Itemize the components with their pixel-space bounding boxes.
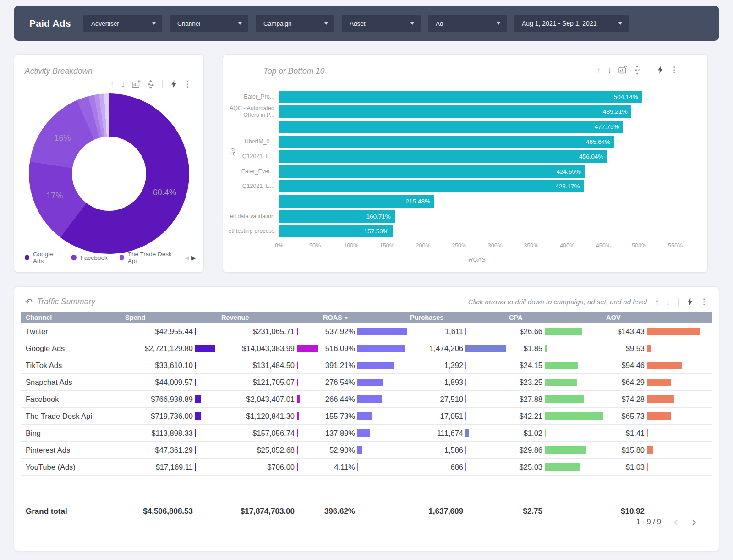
revenue-value: $25,052.68: [220, 446, 295, 455]
aov-bar-box: [645, 395, 712, 403]
arrow-up-icon[interactable]: ↑: [110, 80, 114, 88]
cpa-bar-box: [543, 463, 605, 471]
filter-label: Advertiser: [91, 20, 119, 27]
column-header-revenue[interactable]: Revenue: [220, 314, 322, 321]
aov-value: $143.43: [605, 327, 645, 336]
legend-item[interactable]: Google Ads: [25, 251, 59, 264]
x-tick-label: 300%: [488, 242, 503, 249]
legend-item[interactable]: The Trade Desk Api: [120, 251, 173, 264]
bar[interactable]: 489.21%: [279, 105, 631, 118]
revenue-bar-box: [295, 395, 322, 403]
spend-bar: [195, 379, 196, 386]
filter-dropdown-campaign[interactable]: Campaign: [256, 15, 334, 32]
bar[interactable]: 465.64%: [279, 136, 614, 148]
aov-bar: [647, 328, 700, 335]
bar-value-label: 424.65%: [557, 168, 585, 175]
bar[interactable]: 504.14%: [279, 91, 642, 103]
bar-value-label: 456.04%: [579, 153, 607, 160]
chart-settings-icon[interactable]: [618, 66, 627, 74]
legend-next-icon[interactable]: ▶: [191, 254, 196, 261]
aov-bar: [647, 395, 674, 403]
bar[interactable]: 424.65%: [279, 165, 585, 178]
legend-prev-icon[interactable]: ◀: [185, 254, 189, 261]
toolbar-divider: [162, 80, 163, 88]
column-header-channel[interactable]: Channel: [21, 314, 124, 321]
column-header-cpa[interactable]: CPA: [508, 314, 605, 321]
aov-bar-box: [645, 345, 712, 352]
aov-value: $74.28: [605, 395, 645, 404]
revenue-cell: $2,043,407.01: [220, 395, 322, 404]
lightning-icon[interactable]: [657, 66, 663, 74]
bar-category-text: etl testing process: [228, 228, 274, 234]
bar[interactable]: 423.17%: [279, 180, 584, 192]
aov-cell: $74.28: [605, 395, 712, 404]
drilldown-hint: Click arrows to drill down to campaign, …: [468, 298, 647, 306]
bar[interactable]: 456.04%: [279, 150, 607, 163]
arrow-up-icon[interactable]: ↑: [655, 298, 659, 306]
filter-dropdown-channel[interactable]: Channel: [170, 15, 248, 32]
roas-cell: 537.92%: [322, 327, 409, 336]
kebab-menu-icon[interactable]: ⋮: [184, 80, 191, 88]
legend-items: Google AdsFacebookThe Trade Desk Api: [25, 251, 173, 264]
arrow-up-icon[interactable]: ↑: [596, 66, 601, 74]
bar[interactable]: 157.53%: [279, 225, 393, 237]
undo-icon[interactable]: ↶: [25, 297, 33, 306]
arrow-down-icon[interactable]: ↓: [666, 298, 670, 306]
column-header-label: ROAS: [323, 314, 342, 321]
cpa-cell: $26.66: [508, 327, 605, 336]
spend-bar: [195, 429, 196, 437]
sort-az-text: AZ: [634, 68, 640, 72]
purchases-bar-box: [464, 412, 508, 420]
roas-value: 155.73%: [322, 412, 356, 421]
top-bottom-10-title: Top or Bottom 10: [263, 66, 325, 76]
purchases-value: 1,392: [409, 361, 464, 370]
filter-dropdown-adset[interactable]: Adset: [342, 15, 421, 32]
aov-bar-box: [645, 328, 712, 335]
legend-item[interactable]: Facebook: [71, 251, 107, 264]
revenue-bar-box: [295, 379, 322, 386]
date-range-dropdown[interactable]: Aug 1, 2021 - Sep 1, 2021: [514, 15, 629, 32]
spend-cell: $113,898.33: [124, 429, 220, 438]
lightning-icon[interactable]: [687, 298, 693, 306]
sort-az-icon[interactable]: AZ: [634, 66, 640, 75]
column-header-roas[interactable]: ROAS▾: [322, 314, 409, 321]
arrow-down-icon[interactable]: ↓: [121, 80, 125, 88]
filter-dropdown-ad[interactable]: Ad: [428, 15, 507, 32]
bar[interactable]: 160.71%: [279, 210, 395, 223]
aov-value: $1.03: [605, 463, 645, 472]
cpa-bar: [545, 412, 603, 420]
bar[interactable]: 215.48%: [279, 195, 434, 208]
bar-category-text: Q12021_E...: [242, 153, 274, 159]
roas-value: 276.54%: [322, 378, 356, 387]
filter-dropdown-advertiser[interactable]: Advertiser: [83, 15, 162, 32]
roas-bar-box: [356, 395, 409, 403]
kebab-menu-icon[interactable]: ⋮: [670, 66, 678, 74]
arrow-down-icon[interactable]: ↓: [607, 66, 612, 74]
bar[interactable]: 477.75%: [279, 121, 623, 133]
activity-donut-chart: 60.4%17%16%: [29, 93, 189, 254]
roas-bar-box: [356, 463, 409, 471]
aov-bar: [647, 362, 682, 369]
spend-value: $17,169.11: [124, 463, 194, 472]
bar-row: Eater_Pro...504.14%: [279, 89, 707, 104]
column-header-aov[interactable]: AOV: [605, 314, 712, 321]
kebab-menu-icon[interactable]: ⋮: [700, 298, 708, 306]
column-header-purchases[interactable]: Purchases: [409, 314, 508, 321]
roas-bar-box: [356, 429, 409, 437]
page-prev-icon[interactable]: ‹: [673, 517, 678, 527]
revenue-value: $121,705.07: [220, 378, 295, 387]
bar-category-label: etl testing process: [223, 228, 274, 235]
roas-bar-box: [356, 345, 409, 352]
revenue-cell: $157,056.74: [220, 429, 322, 438]
revenue-cell: $231,065.71: [220, 327, 322, 336]
bar-row: etl data validation160.71%: [279, 209, 707, 224]
column-header-spend[interactable]: Spend: [124, 314, 220, 321]
donut-chart[interactable]: 60.4%17%16%: [29, 93, 189, 254]
sort-az-icon[interactable]: AZ: [148, 80, 154, 89]
cpa-value: $29.86: [508, 446, 543, 455]
page-next-icon[interactable]: ›: [691, 517, 697, 527]
lightning-icon[interactable]: [171, 80, 177, 88]
aov-value: $9.53: [605, 344, 645, 353]
chart-settings-icon[interactable]: [132, 80, 141, 88]
revenue-bar: [297, 345, 318, 352]
